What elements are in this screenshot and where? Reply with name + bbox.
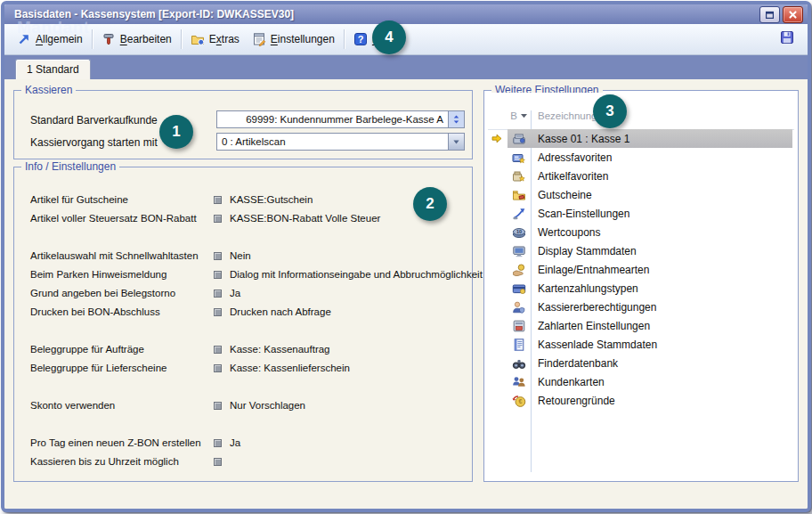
row-gutter <box>486 372 508 391</box>
row-body: 10Wertcoupons <box>508 223 792 241</box>
save-icon <box>780 30 794 45</box>
settings-list-row[interactable]: Kundenkarten <box>486 372 796 391</box>
info-row-value: Kasse: Kassenlieferschein <box>230 363 350 373</box>
settings-list-row[interactable]: Kasse 01 : Kasse 1 <box>486 129 796 148</box>
callout-badge-3: 3 <box>593 94 627 128</box>
row-pointer-icon <box>491 134 502 143</box>
info-row: Beleggruppe für LieferscheineKasse: Kass… <box>30 359 467 377</box>
dropdown-button[interactable] <box>448 134 464 150</box>
settings-list-row[interactable]: Einlage/Entnahmearten <box>486 260 796 279</box>
kassiervorgang-label: Kassiervorgang starten mit <box>30 136 158 149</box>
settings-list-row[interactable]: €Retourengründe <box>486 391 796 410</box>
settings-list-row[interactable]: Gutscheine <box>486 185 796 204</box>
spinner-buttons[interactable] <box>448 111 464 127</box>
info-row-value: Ja <box>230 437 240 448</box>
row-gutter <box>486 316 508 335</box>
row-gutter <box>486 335 508 354</box>
settings-list-row[interactable]: Finderdatenbank <box>486 354 796 372</box>
bullet-icon <box>214 458 222 466</box>
list-rows: Kasse 01 : Kasse 1AdressfavoritenArtikel… <box>486 129 796 410</box>
row-body: Finderdatenbank <box>508 354 792 372</box>
bullet-icon <box>214 271 222 279</box>
toolbar-item-extras[interactable]: Extras <box>184 29 246 49</box>
row-gutter <box>486 241 508 260</box>
bullet-icon <box>214 252 222 260</box>
spinner-arrows-icon <box>451 113 461 126</box>
toolbar-item-bearbeiten[interactable]: Bearbeiten <box>95 29 178 49</box>
standard-barverkaufkunde-field[interactable]: 69999: Kundennummer Barbelege-Kasse A <box>216 110 465 128</box>
settings-list-row[interactable]: Scan-Einstellungen <box>486 204 796 223</box>
row-gutter <box>486 167 508 185</box>
settings-list-row[interactable]: Adressfavoriten <box>486 148 796 167</box>
settings-list-row-label: Kartenzahlungstypen <box>531 282 638 295</box>
column-header-bezeichnung[interactable]: Bezeichnung <box>538 110 597 121</box>
info-row-label: Grund angeben bei Belegstorno <box>30 288 214 298</box>
info-row: Skonto verwendenNur Vorschlagen <box>30 396 467 414</box>
info-row-value: Drucken nach Abfrage <box>230 306 331 317</box>
tab-standard[interactable]: 1 Standard <box>15 59 91 79</box>
bullet-icon <box>214 439 222 447</box>
settings-list-row[interactable]: Kassiererberechtigungen <box>486 298 796 316</box>
toolbar-item-label: Einstellungen <box>271 33 335 45</box>
row-gutter <box>486 223 508 241</box>
info-row: Kassieren bis zu Uhrzeit möglich <box>30 453 467 470</box>
info-row-value: Kasse: Kassenauftrag <box>230 344 330 355</box>
close-button[interactable] <box>783 6 803 23</box>
titlebar: Basisdaten - Kassensystem [Export-ID: DW… <box>4 4 808 24</box>
toolbar-item-allgemein[interactable]: Allgemein <box>11 29 89 49</box>
row-body: Artikelfavoriten <box>508 167 792 185</box>
toolbar-separator <box>181 29 182 49</box>
page: Kassieren Standard Barverkaufkunde 69999… <box>4 79 808 509</box>
settings-list-row[interactable]: Zahlarten Einstellungen <box>486 316 796 335</box>
row-body: Einlage/Entnahmearten <box>508 260 792 279</box>
svg-text:?: ? <box>358 34 364 45</box>
settings-list-row[interactable]: Kassenlade Stammdaten <box>486 335 796 354</box>
save-button[interactable] <box>773 29 801 50</box>
settings-list-row-label: Artikelfavoriten <box>531 170 608 183</box>
settings-list-row[interactable]: Display Stammdaten <box>486 241 796 260</box>
toolbar: AllgemeinBearbeitenExtrasEinstellungen?H… <box>4 24 808 55</box>
info-row: Artikel für GutscheineKASSE:Gutschein <box>30 191 467 208</box>
value-coupons-icon: 10 <box>512 225 526 240</box>
restore-button[interactable] <box>759 6 780 23</box>
info-row: Artikelauswahl mit SchnellwahltastenNein <box>30 247 467 265</box>
settings-list-row[interactable]: 10Wertcoupons <box>486 223 796 241</box>
settings-list-row[interactable]: Artikelfavoriten <box>486 167 796 185</box>
settings-list-row-label: Zahlarten Einstellungen <box>531 320 650 332</box>
close-icon <box>787 9 799 20</box>
kassiervorgang-dropdown[interactable]: 0 : Artikelscan <box>216 133 465 151</box>
group-info-title: Info / Einstellungen <box>21 160 119 173</box>
row-gutter <box>486 354 508 372</box>
settings-list: B Bezeichnung Kasse 01 : Kasse 1Adressfa… <box>486 93 796 479</box>
finder-database-icon <box>512 356 526 371</box>
toolbar-separator <box>92 29 93 49</box>
toolbar-item-label: Allgemein <box>36 33 83 45</box>
bullet-icon <box>214 196 222 204</box>
info-row-label: Artikelauswahl mit Schnellwahltasten <box>30 250 214 261</box>
info-row-label: Beim Parken Hinweismeldung <box>30 269 214 280</box>
customer-cards-icon <box>512 375 526 389</box>
toolbar-item-einstellungen[interactable]: Einstellungen <box>246 29 341 49</box>
settings-list-row[interactable]: Kartenzahlungstypen <box>486 279 796 298</box>
settings-list-row-label: Kassenlade Stammdaten <box>531 339 657 351</box>
info-row-label: Kassieren bis zu Uhrzeit möglich <box>30 456 214 467</box>
row-gutter <box>486 260 508 279</box>
row-body: Scan-Einstellungen <box>508 204 792 223</box>
info-row: Artikel voller Steuersatz BON-RabattKASS… <box>30 209 467 227</box>
info-row: Beim Parken HinweismeldungDialog mit Inf… <box>30 265 467 283</box>
info-row-label: Artikel voller Steuersatz BON-Rabatt <box>30 213 214 224</box>
bullet-icon <box>214 364 222 372</box>
info-row-label: Skonto verwenden <box>30 400 214 411</box>
info-row-value: Dialog mit Informationseingabe und Abbru… <box>230 269 483 280</box>
tab-strip: 1 Standard <box>4 55 808 79</box>
row-body: Gutscheine <box>508 185 792 204</box>
group-kassieren-title: Kassieren <box>21 84 76 96</box>
settings-list-row-label: Scan-Einstellungen <box>531 208 629 220</box>
card-payment-types-icon <box>512 281 526 296</box>
row-body: Display Stammdaten <box>508 241 792 260</box>
window-controls <box>759 6 803 23</box>
bullet-icon <box>214 290 222 298</box>
column-header-icon[interactable]: B <box>508 110 531 121</box>
help-icon: ? <box>353 32 368 46</box>
info-row: Grund angeben bei BelegstornoJa <box>30 284 467 302</box>
